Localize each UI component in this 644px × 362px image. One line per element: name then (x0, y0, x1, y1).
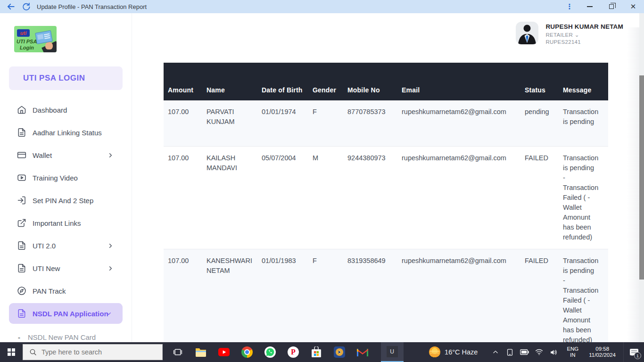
active-app-button[interactable]: U (381, 342, 404, 362)
sidebar-item-aadhar-linking-status[interactable]: Aadhar Linking Status (0, 121, 132, 144)
sidebar-item-wallet[interactable]: Wallet (0, 144, 132, 166)
scrollbar-thumb[interactable] (639, 75, 644, 280)
language-indicator[interactable]: ENG IN (567, 346, 578, 358)
window-title: Update Profile - PAN Transaction Report (37, 3, 147, 10)
uti-app-icon: U (387, 346, 398, 357)
document-icon (17, 128, 26, 137)
whatsapp-icon[interactable] (264, 342, 276, 362)
col-email: Email (397, 63, 520, 100)
weather-text: 16°C Haze (445, 348, 478, 356)
chevron-down-icon (105, 310, 112, 317)
user-name: RUPESH KUMAR NETAM (545, 22, 623, 30)
tablet-mode-icon[interactable] (505, 342, 515, 362)
browser-titlebar: Update Profile - PAN Transaction Report … (0, 0, 644, 13)
scrollbar[interactable] (639, 13, 644, 342)
weather-haze-icon (429, 346, 440, 358)
pan-transaction-table: Amount Name Date of Birth Gender Mobile … (164, 63, 608, 352)
date: 11/02/2024 (589, 352, 616, 358)
taskbar: P U 16°C Haze (0, 342, 644, 362)
media-player-icon[interactable] (334, 342, 345, 362)
col-status: Status (520, 63, 559, 100)
time: 09:58 (589, 346, 616, 352)
pinterest-icon[interactable]: P (288, 342, 299, 362)
chevron-up-icon[interactable] (491, 342, 500, 362)
volume-icon[interactable] (549, 342, 559, 362)
notification-badge: 1 (634, 352, 641, 359)
taskbar-search[interactable] (23, 344, 163, 360)
sidebar-item-uti-new[interactable]: UTI New (0, 257, 132, 280)
table-row: 107.00 KAILASH MANDAVI 05/07/2004 M 9244… (164, 146, 608, 249)
sidebar-item-important-links[interactable]: Important Links (0, 212, 132, 234)
status-badge: pending (520, 100, 559, 146)
avatar (516, 22, 538, 44)
minimize-icon[interactable] (579, 0, 601, 13)
table-row: 107.00 PARVATI KUNJAM 01/01/1974 F 87707… (164, 100, 608, 146)
back-icon[interactable] (7, 2, 15, 11)
home-icon (17, 105, 26, 115)
document-icon (17, 263, 26, 273)
windows-icon (8, 348, 15, 356)
document-icon (17, 241, 26, 250)
col-gender: Gender (308, 63, 343, 100)
weather-widget[interactable]: 16°C Haze (429, 346, 478, 358)
login-icon (17, 196, 26, 205)
video-icon (17, 173, 26, 182)
sidebar-item-nsdl-new-pan-card[interactable]: - NSDL New PAN Card (0, 330, 132, 344)
table-row: 107.00 KANESHWARI NETAM 01/01/1983 F 831… (164, 249, 608, 352)
task-view-icon[interactable] (172, 342, 183, 362)
sidebar-item-pan-track[interactable]: PAN Track (0, 280, 132, 302)
chevron-right-icon (107, 242, 114, 249)
col-mobile: Mobile No (343, 63, 397, 100)
browser-menu-icon[interactable]: ⋮ (560, 2, 579, 11)
col-dob: Date of Birth (257, 63, 308, 100)
notification-center-icon[interactable]: 1 (623, 342, 644, 362)
user-id: RUPES22141 (545, 39, 623, 45)
chevron-right-icon (107, 152, 114, 159)
compass-icon (17, 286, 26, 296)
sidebar-item-dashboard[interactable]: Dashboard (0, 99, 132, 121)
battery-icon[interactable] (520, 342, 529, 362)
restore-icon[interactable] (601, 0, 622, 13)
uti-psa-logo: uti UTI PSA Login (14, 26, 57, 52)
main-content: RUPESH KUMAR NETAM RETAILER ⌄ RUPES22141… (132, 13, 644, 342)
col-name: Name (202, 63, 257, 100)
status-badge: FAILED (520, 249, 559, 352)
document-icon (17, 309, 26, 318)
refresh-icon[interactable] (22, 2, 30, 11)
brand-box: UTI PSA LOGIN (9, 66, 123, 90)
sidebar-item-training-video[interactable]: Training Video (0, 166, 132, 189)
chrome-icon[interactable] (241, 342, 253, 362)
close-icon[interactable]: ✕ (622, 0, 644, 13)
app-window: uti UTI PSA Login UTI PSA LOGIN Dashboar… (0, 13, 644, 342)
page-edge-shade (627, 27, 639, 342)
logo-hand (45, 42, 53, 49)
system-tray: 16°C Haze ENG IN 09:58 11/02/2024 1 (429, 342, 644, 362)
col-message: Message (559, 63, 608, 100)
file-explorer-icon[interactable] (195, 342, 206, 362)
col-amount: Amount (164, 63, 202, 100)
chevron-right-icon (107, 265, 114, 272)
sidebar: uti UTI PSA Login UTI PSA LOGIN Dashboar… (0, 13, 132, 342)
search-icon (29, 348, 37, 356)
user-profile[interactable]: RUPESH KUMAR NETAM RETAILER ⌄ RUPES22141 (516, 22, 623, 45)
table-header-row: Amount Name Date of Birth Gender Mobile … (164, 63, 608, 100)
wallet-icon (17, 150, 26, 160)
sidebar-item-nsdl-pan-application[interactable]: NSDL PAN Application (9, 303, 123, 324)
ms-store-icon[interactable] (311, 342, 322, 362)
start-button[interactable] (0, 342, 23, 362)
wifi-icon[interactable] (535, 342, 544, 362)
sidebar-nav: Dashboard Aadhar Linking Status Wallet T… (0, 99, 132, 325)
youtube-icon[interactable] (218, 342, 230, 362)
user-role[interactable]: RETAILER ⌄ (545, 32, 623, 38)
uti-badge: uti (17, 29, 30, 37)
search-input[interactable] (41, 348, 145, 356)
external-link-icon (17, 218, 26, 228)
gmail-icon[interactable] (357, 342, 368, 362)
clock[interactable]: 09:58 11/02/2024 (589, 346, 616, 358)
sidebar-item-uti-2-0[interactable]: UTI 2.0 (0, 234, 132, 257)
brand-title: UTI PSA LOGIN (23, 74, 85, 83)
sidebar-item-set-pin[interactable]: Set PIN And 2 Step (0, 189, 132, 212)
status-badge: FAILED (520, 146, 559, 249)
